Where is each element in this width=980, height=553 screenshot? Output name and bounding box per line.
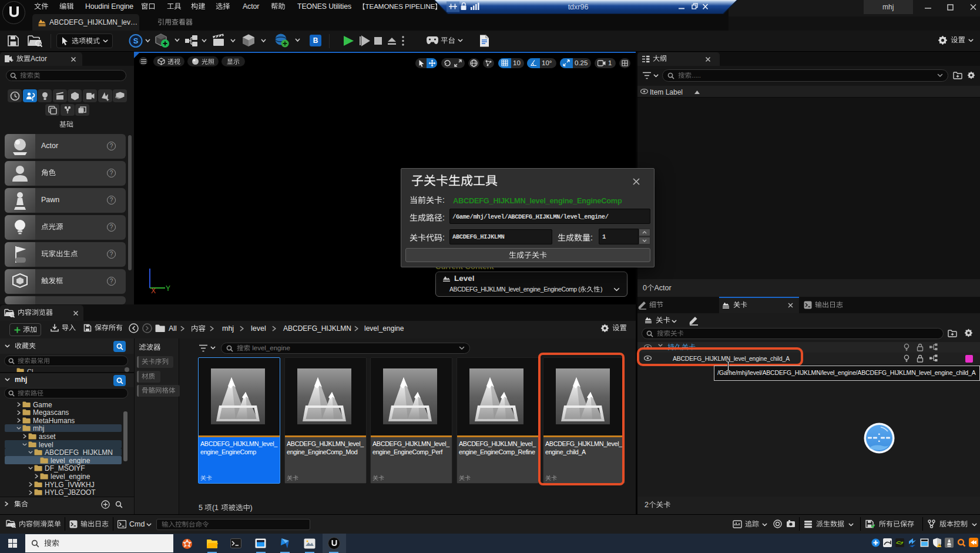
svg-text:X: X <box>151 287 156 294</box>
svg-text:S: S <box>133 36 139 45</box>
svg-text:Y: Y <box>166 284 170 293</box>
svg-text:tdxr96: tdxr96 <box>568 3 589 11</box>
